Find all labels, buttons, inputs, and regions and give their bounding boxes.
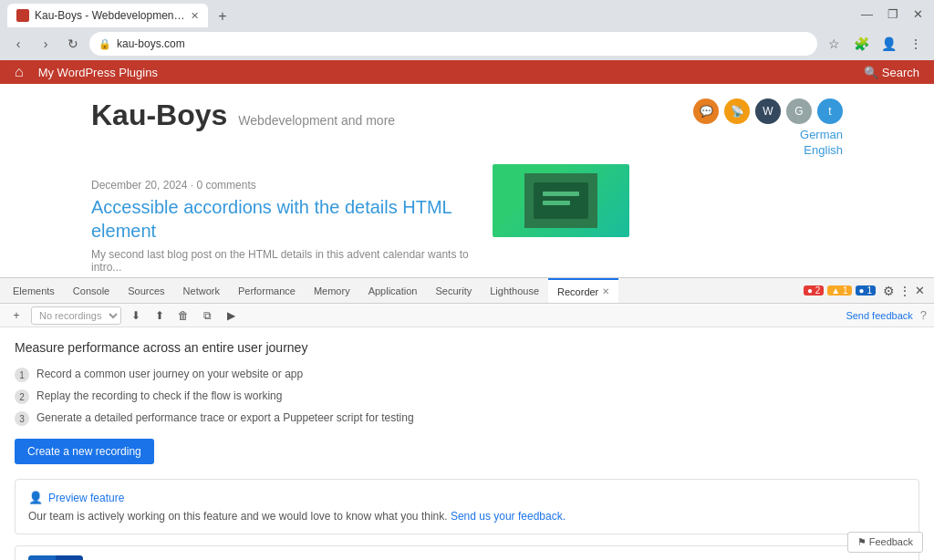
step-2: 2 Replay the recording to check if the f… [15,389,919,404]
delete-button[interactable]: 🗑 [174,306,192,325]
website-area: ⌂ My WordPress Plugins 🔍 Search Kau-Boys… [0,60,934,560]
profile-icon[interactable]: 👤 [877,33,899,55]
svg-rect-3 [543,201,570,205]
thumbnail-image [524,173,597,228]
play-button[interactable]: ▶ [222,306,240,325]
create-recording-button[interactable]: Create a new recording [15,439,154,464]
preview-label: Preview feature [48,492,124,504]
tab-sources[interactable]: Sources [119,278,173,303]
step-3-num: 3 [15,411,29,426]
minimize-button[interactable]: — [857,7,877,21]
article-excerpt: My second last blog post on the HTML det… [91,248,474,274]
preview-feature-box: 👤 Preview feature Our team is actively w… [15,479,919,534]
article-title[interactable]: Accessible accordions with the details H… [91,195,474,243]
preview-person-icon: 👤 [28,491,43,504]
language-links: German English [800,128,843,157]
devtools-tabs-bar: Elements Console Sources Network Perform… [0,278,934,304]
new-tab-button[interactable]: + [212,5,234,27]
preview-header: 👤 Preview feature [28,491,906,504]
english-link[interactable]: English [804,143,843,157]
step-1-text: Record a common user journey on your web… [36,368,303,380]
tab-close-button[interactable]: ✕ [191,10,199,22]
tab-memory[interactable]: Memory [305,278,359,303]
devtools-body: Measure performance across an entire use… [0,327,934,560]
video-documentation-box: Video and documentation Quick start: lea… [15,545,919,560]
window-controls: — ❐ ✕ [857,7,927,21]
copy-button[interactable]: ⧉ [198,306,216,325]
step-2-num: 2 [15,389,29,404]
tab-bar: Kau-Boys - Webdevelopment a... ✕ + [7,0,850,27]
article-thumbnail [493,164,629,237]
help-icon[interactable]: ? [920,308,927,322]
site-tagline: Webdevelopment and more [238,113,395,128]
social-icon-rss[interactable]: 📡 [724,99,750,124]
video-preview-image [28,555,83,560]
devtools-settings-button[interactable]: ⚙ [883,284,895,298]
step-3: 3 Generate a detailed performance trace … [15,411,919,426]
export-button[interactable]: ⬆ [150,306,169,325]
lock-icon: 🔒 [99,38,111,50]
bottom-feedback-button[interactable]: ⚑ Feedback [847,532,923,553]
home-icon[interactable]: ⌂ [15,64,24,80]
devtools-close-button[interactable]: ✕ [915,284,925,297]
search-icon: 🔍 [864,66,878,79]
address-bar: ‹ › ↻ 🔒 kau-boys.com ☆ 🧩 👤 ⋮ [0,27,934,60]
svg-rect-4 [28,555,56,560]
site-search[interactable]: 🔍 Search [864,66,919,79]
back-button[interactable]: ‹ [7,33,29,55]
browser-frame: Kau-Boys - Webdevelopment a... ✕ + — ❐ ✕… [0,0,934,560]
send-feedback-link[interactable]: Send feedback [846,310,912,321]
tab-application[interactable]: Application [359,278,427,303]
new-recording-button[interactable]: + [7,306,26,325]
menu-button[interactable]: ⋮ [905,33,927,55]
social-icon-wp[interactable]: W [755,99,781,124]
devtools-panel: Elements Console Sources Network Perform… [0,277,934,560]
url-bar[interactable]: 🔒 kau-boys.com [89,32,817,56]
tab-elements[interactable]: Elements [4,278,64,303]
extensions-icon[interactable]: 🧩 [850,33,872,55]
german-link[interactable]: German [800,128,843,141]
video-thumbnail [28,555,83,560]
tab-favicon [16,9,29,22]
star-icon[interactable]: ☆ [823,33,845,55]
nav-plugins-link[interactable]: My WordPress Plugins [38,66,158,79]
recorder-tab-close[interactable]: ✕ [602,286,609,296]
site-header: Kau-Boys Webdevelopment and more 💬 📡 W G… [91,99,843,157]
devtools-more-button[interactable]: ⋮ [898,284,911,298]
close-button[interactable]: ✕ [909,7,927,21]
recordings-dropdown[interactable]: No recordings [31,306,121,325]
step-1-num: 1 [15,368,29,382]
devtools-toolbar: + No recordings ⬇ ⬆ 🗑 ⧉ ▶ Send feedback … [0,304,934,327]
tab-security[interactable]: Security [426,278,481,303]
restore-button[interactable]: ❐ [884,7,902,21]
tab-lighthouse[interactable]: Lighthouse [481,278,548,303]
import-button[interactable]: ⬇ [127,306,145,325]
site-navbar: ⌂ My WordPress Plugins 🔍 Search [0,60,934,84]
social-icons: 💬 📡 W G t [693,99,843,124]
step-2-text: Replay the recording to check if the flo… [36,389,282,402]
warning-badge: ▲ 1 [827,285,851,296]
social-icon-twitter[interactable]: t [817,99,843,124]
tab-network[interactable]: Network [174,278,229,303]
tab-recorder[interactable]: Recorder ✕ [548,278,618,303]
title-bar: Kau-Boys - Webdevelopment a... ✕ + — ❐ ✕ [0,0,934,27]
recorder-title: Measure performance across an entire use… [15,340,919,355]
error-badge: ● 2 [804,285,824,296]
active-tab[interactable]: Kau-Boys - Webdevelopment a... ✕ [7,4,208,27]
feedback-link-text[interactable]: Send us your feedback. [451,510,566,523]
search-label: Search [882,66,919,79]
site-logo-section: Kau-Boys Webdevelopment and more [91,99,395,132]
social-icon-g[interactable]: G [786,99,812,124]
tab-performance[interactable]: Performance [229,278,305,303]
recorder-tab-label: Recorder [557,286,598,297]
forward-button[interactable]: › [35,33,57,55]
reload-button[interactable]: ↻ [62,33,84,55]
article-content: December 20, 2024 · 0 comments Accessibl… [91,164,474,274]
article-date: December 20, 2024 · 0 comments [91,179,474,192]
site-icons-column: 💬 📡 W G t German English [693,99,843,157]
tab-console[interactable]: Console [64,278,119,303]
browser-toolbar: ☆ 🧩 👤 ⋮ [823,33,927,55]
step-1: 1 Record a common user journey on your w… [15,368,919,382]
social-icon-chat[interactable]: 💬 [693,99,719,124]
site-logo: Kau-Boys [91,99,227,132]
